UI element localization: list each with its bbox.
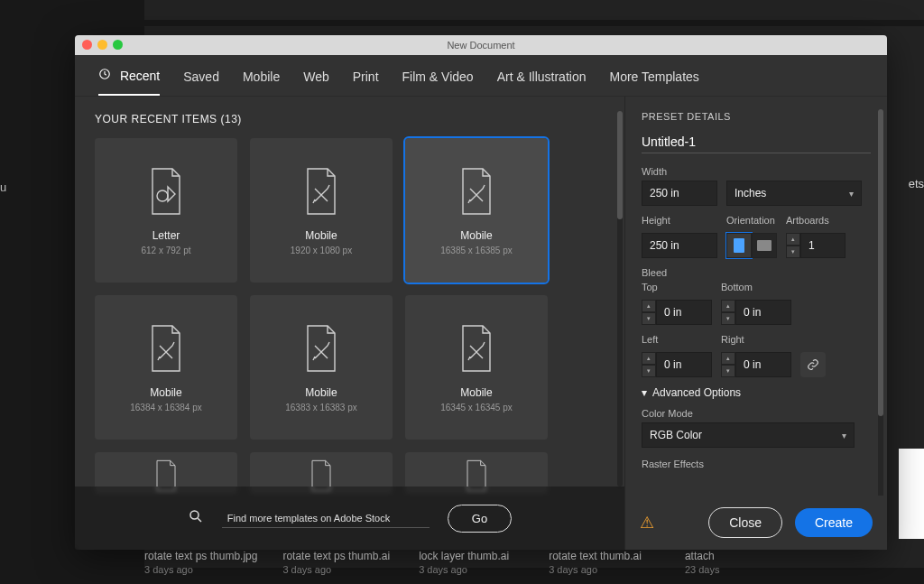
window-close-icon[interactable] xyxy=(82,40,92,50)
svg-rect-3 xyxy=(734,238,744,253)
orientation-portrait[interactable] xyxy=(726,233,752,258)
tab-more-templates[interactable]: More Templates xyxy=(609,70,698,95)
tab-print[interactable]: Print xyxy=(353,70,379,95)
recent-heading: YOUR RECENT ITEMS (13) xyxy=(95,113,605,125)
artboards-stepper[interactable]: ▴▾ xyxy=(786,233,800,258)
file-name: attach xyxy=(685,550,720,562)
search-icon xyxy=(188,508,204,528)
window-zoom-icon[interactable] xyxy=(113,40,123,50)
link-bleed-icon[interactable] xyxy=(800,352,826,377)
bleed-label: Bleed xyxy=(642,267,871,278)
file-time: 3 days ago xyxy=(549,564,642,575)
stock-search-input[interactable]: Find more templates on Adobe Stock xyxy=(222,509,430,528)
template-card[interactable]: Mobile 16383 x 16383 px xyxy=(250,295,393,440)
orientation-label: Orientation xyxy=(726,215,777,226)
card-title: Letter xyxy=(152,229,180,242)
bg-file-row: rotate text ps thumb.jpg3 days ago rotat… xyxy=(144,550,924,584)
window-minimize-icon[interactable] xyxy=(97,40,107,50)
svg-point-2 xyxy=(190,511,199,519)
file-name: rotate text ps thumb.jpg xyxy=(144,550,257,562)
bleed-bottom-input[interactable]: 0 in xyxy=(735,300,791,325)
bleed-stepper[interactable]: ▴▾ xyxy=(721,352,735,377)
bg-panel xyxy=(144,0,924,20)
preset-details-pane: PRESET DETAILS Width 250 in Inches▾ Heig… xyxy=(625,97,887,550)
file-name: rotate text ps thumb.ai xyxy=(282,550,390,562)
bleed-left-label: Left xyxy=(642,334,712,345)
file-name: rotate text thumb.ai xyxy=(549,550,642,562)
modal-footer: ⚠ Close Create xyxy=(625,496,887,550)
stock-search-bar: Find more templates on Adobe Stock Go xyxy=(75,487,624,550)
bg-thumbnail xyxy=(899,449,924,539)
colormode-select[interactable]: RGB Color▾ xyxy=(642,422,855,448)
tab-web[interactable]: Web xyxy=(303,70,329,95)
width-label: Width xyxy=(642,166,871,177)
document-name-input[interactable] xyxy=(642,131,871,153)
tab-mobile[interactable]: Mobile xyxy=(243,70,280,95)
templates-pane: YOUR RECENT ITEMS (13) Letter 612 x 792 … xyxy=(75,97,624,550)
card-dimensions: 1920 x 1080 px xyxy=(291,246,352,255)
document-icon xyxy=(456,323,497,374)
file-time: 23 days xyxy=(685,564,720,575)
clock-icon xyxy=(98,69,115,83)
tab-art-illustration[interactable]: Art & Illustration xyxy=(497,70,587,95)
bleed-stepper[interactable]: ▴▾ xyxy=(721,300,735,325)
bleed-stepper[interactable]: ▴▾ xyxy=(642,300,656,325)
tab-recent[interactable]: Recent xyxy=(98,68,160,96)
svg-rect-4 xyxy=(757,240,772,251)
document-icon xyxy=(456,166,497,217)
window-title: New Document xyxy=(447,40,514,51)
bleed-right-label: Right xyxy=(721,334,791,345)
template-card[interactable]: Mobile 16345 x 16345 px xyxy=(405,295,548,440)
document-icon xyxy=(145,323,187,374)
template-grid: Letter 612 x 792 pt Mobile 1920 x 1080 p… xyxy=(95,138,605,494)
orientation-toggle xyxy=(726,233,777,258)
bleed-left-input[interactable]: 0 in xyxy=(656,352,712,377)
raster-label: Raster Effects xyxy=(642,459,871,469)
create-button[interactable]: Create xyxy=(795,508,873,537)
template-card[interactable]: Letter 612 x 792 pt xyxy=(95,138,237,283)
advanced-options-toggle[interactable]: ▾ Advanced Options xyxy=(642,386,871,399)
height-label: Height xyxy=(642,215,717,226)
document-icon xyxy=(300,323,342,374)
category-tabs: Recent Saved Mobile Web Print Film & Vid… xyxy=(75,55,887,96)
template-card[interactable]: Mobile 16384 x 16384 px xyxy=(95,295,237,440)
card-dimensions: 612 x 792 pt xyxy=(141,246,190,255)
file-time: 3 days ago xyxy=(419,564,509,575)
card-title: Mobile xyxy=(460,386,492,399)
scrollbar[interactable] xyxy=(617,111,623,487)
warning-icon: ⚠ xyxy=(640,513,654,533)
tab-saved[interactable]: Saved xyxy=(183,70,219,95)
template-card-selected[interactable]: Mobile 16385 x 16385 px xyxy=(405,138,548,283)
card-dimensions: 16384 x 16384 px xyxy=(130,403,202,413)
bleed-right-input[interactable]: 0 in xyxy=(735,352,791,377)
artboards-label: Artboards xyxy=(786,215,845,226)
close-button[interactable]: Close xyxy=(708,507,782,538)
orientation-landscape[interactable] xyxy=(752,233,777,258)
card-dimensions: 16383 x 16383 px xyxy=(285,403,357,413)
width-input[interactable]: 250 in xyxy=(642,181,717,206)
colormode-label: Color Mode xyxy=(642,408,871,419)
card-title: Mobile xyxy=(305,229,337,242)
card-dimensions: 16385 x 16385 px xyxy=(440,246,513,255)
bg-sidebar-text: u xyxy=(0,181,6,194)
units-select[interactable]: Inches▾ xyxy=(726,181,862,206)
file-name: lock layer thumb.ai xyxy=(419,550,509,562)
card-title: Mobile xyxy=(305,386,337,399)
scrollbar[interactable] xyxy=(878,109,883,506)
card-title: Mobile xyxy=(460,229,492,242)
bg-side-text: ets xyxy=(909,177,924,190)
height-input[interactable]: 250 in xyxy=(642,233,717,258)
artboards-input[interactable]: 1 xyxy=(800,233,845,258)
advanced-label: Advanced Options xyxy=(652,386,741,399)
window-titlebar: New Document xyxy=(75,35,887,55)
bleed-stepper[interactable]: ▴▾ xyxy=(642,352,656,377)
chevron-down-icon: ▾ xyxy=(642,386,647,399)
document-icon xyxy=(145,166,187,217)
template-card[interactable]: Mobile 1920 x 1080 px xyxy=(250,138,393,283)
svg-point-1 xyxy=(157,190,168,201)
tab-film-video[interactable]: Film & Video xyxy=(402,70,474,95)
file-time: 3 days ago xyxy=(144,564,257,575)
go-button[interactable]: Go xyxy=(448,505,512,533)
chevron-down-icon: ▾ xyxy=(849,189,854,199)
bleed-top-input[interactable]: 0 in xyxy=(656,300,712,325)
